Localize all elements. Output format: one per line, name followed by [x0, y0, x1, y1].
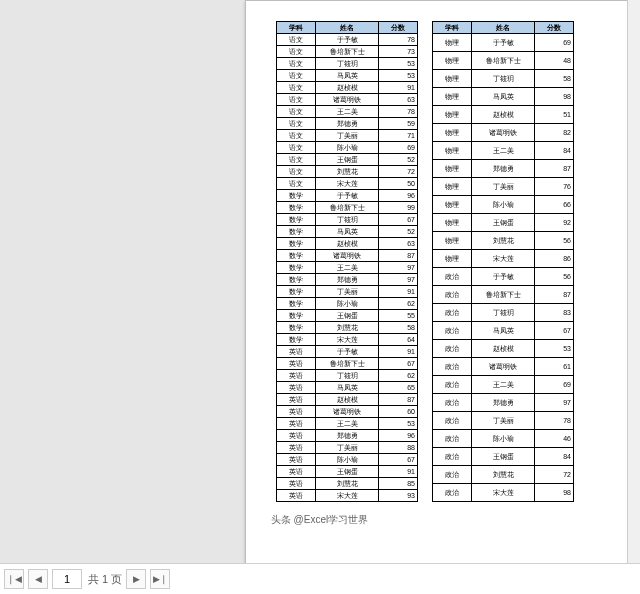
table-cell: 英语 [277, 442, 316, 454]
table-cell: 物理 [433, 88, 472, 106]
table-cell: 物理 [433, 142, 472, 160]
table-cell: 语文 [277, 46, 316, 58]
table-cell: 郑德勇 [472, 394, 535, 412]
table-cell: 郑德勇 [316, 274, 379, 286]
table-cell: 物理 [433, 52, 472, 70]
table-cell: 赵桢模 [316, 394, 379, 406]
table-row: 英语赵桢模87 [277, 394, 418, 406]
table-cell: 60 [379, 406, 418, 418]
table-cell: 英语 [277, 382, 316, 394]
table-cell: 政治 [433, 430, 472, 448]
table-cell: 语文 [277, 82, 316, 94]
table-cell: 数学 [277, 226, 316, 238]
table-cell: 84 [535, 448, 574, 466]
table-cell: 王钢蛋 [316, 310, 379, 322]
header-row: 学科 姓名 分数 [433, 22, 574, 34]
table-cell: 53 [379, 418, 418, 430]
table-cell: 56 [535, 232, 574, 250]
table-cell: 丁美丽 [472, 412, 535, 430]
table-cell: 政治 [433, 466, 472, 484]
table-cell: 马凤英 [316, 382, 379, 394]
table-cell: 53 [379, 58, 418, 70]
table-cell: 赵桢模 [316, 238, 379, 250]
table-cell: 语文 [277, 130, 316, 142]
table-cell: 王钢蛋 [472, 448, 535, 466]
table-cell: 诸葛明铁 [316, 406, 379, 418]
table-cell: 65 [379, 382, 418, 394]
table-cell: 丁美丽 [472, 178, 535, 196]
next-page-button[interactable]: ▶ [126, 569, 146, 589]
table-cell: 语文 [277, 94, 316, 106]
table-cell: 88 [379, 442, 418, 454]
table-cell: 58 [379, 322, 418, 334]
table-cell: 语文 [277, 154, 316, 166]
table-cell: 97 [379, 262, 418, 274]
table-cell: 52 [379, 226, 418, 238]
table-cell: 82 [535, 124, 574, 142]
score-table-right-body: 物理于予敏69物理鲁培新下士48物理丁筱玥58物理马凤英98物理赵桢模51物理诸… [433, 34, 574, 502]
table-cell: 物理 [433, 232, 472, 250]
page-bar: ❘◀ ◀ 共 1 页 ▶ ▶❘ [0, 563, 640, 594]
table-cell: 丁美丽 [316, 442, 379, 454]
table-cell: 陈小瑜 [316, 454, 379, 466]
score-table-right: 学科 姓名 分数 物理于予敏69物理鲁培新下士48物理丁筱玥58物理马凤英98物… [432, 21, 574, 502]
table-cell: 郑德勇 [316, 118, 379, 130]
col-score: 分数 [535, 22, 574, 34]
prev-page-button[interactable]: ◀ [28, 569, 48, 589]
table-cell: 英语 [277, 346, 316, 358]
table-cell: 英语 [277, 490, 316, 502]
table-cell: 84 [535, 142, 574, 160]
table-cell: 61 [535, 358, 574, 376]
page-number-input[interactable] [52, 569, 82, 589]
table-cell: 语文 [277, 58, 316, 70]
table-cell: 62 [379, 298, 418, 310]
table-cell: 语文 [277, 118, 316, 130]
last-page-button[interactable]: ▶❘ [150, 569, 170, 589]
table-cell: 于予敏 [316, 190, 379, 202]
table-cell: 政治 [433, 268, 472, 286]
table-cell: 91 [379, 286, 418, 298]
table-cell: 英语 [277, 418, 316, 430]
table-cell: 马凤英 [472, 322, 535, 340]
col-name: 姓名 [316, 22, 379, 34]
table-row: 数学宋大莲64 [277, 334, 418, 346]
table-cell: 英语 [277, 394, 316, 406]
table-cell: 王钢蛋 [472, 214, 535, 232]
table-cell: 48 [535, 52, 574, 70]
table-cell: 鲁培新下士 [472, 286, 535, 304]
table-row: 政治刘慧花72 [433, 466, 574, 484]
table-cell: 59 [379, 118, 418, 130]
table-cell: 宋大莲 [472, 484, 535, 502]
table-cell: 英语 [277, 454, 316, 466]
table-row: 英语鲁培新下士67 [277, 358, 418, 370]
table-row: 语文郑德勇59 [277, 118, 418, 130]
table-row: 英语刘慧花85 [277, 478, 418, 490]
table-row: 物理刘慧花56 [433, 232, 574, 250]
table-row: 数学丁美丽91 [277, 286, 418, 298]
table-row: 语文赵桢模91 [277, 82, 418, 94]
table-row: 政治王钢蛋84 [433, 448, 574, 466]
table-cell: 王二美 [472, 376, 535, 394]
table-cell: 刘慧花 [316, 322, 379, 334]
table-cell: 数学 [277, 322, 316, 334]
table-cell: 陈小瑜 [472, 196, 535, 214]
table-cell: 英语 [277, 430, 316, 442]
first-page-button[interactable]: ❘◀ [4, 569, 24, 589]
table-row: 语文刘慧花72 [277, 166, 418, 178]
table-cell: 诸葛明铁 [316, 94, 379, 106]
table-row: 语文王二美78 [277, 106, 418, 118]
table-cell: 英语 [277, 370, 316, 382]
vertical-scrollbar[interactable] [627, 0, 640, 564]
table-cell: 87 [535, 160, 574, 178]
table-row: 数学陈小瑜62 [277, 298, 418, 310]
table-cell: 政治 [433, 358, 472, 376]
table-cell: 83 [535, 304, 574, 322]
table-row: 数学王二美97 [277, 262, 418, 274]
table-cell: 97 [379, 274, 418, 286]
table-row: 英语马凤英65 [277, 382, 418, 394]
table-cell: 71 [379, 130, 418, 142]
table-cell: 王钢蛋 [316, 154, 379, 166]
table-cell: 赵桢模 [316, 82, 379, 94]
table-row: 政治赵桢模53 [433, 340, 574, 358]
table-cell: 78 [379, 34, 418, 46]
